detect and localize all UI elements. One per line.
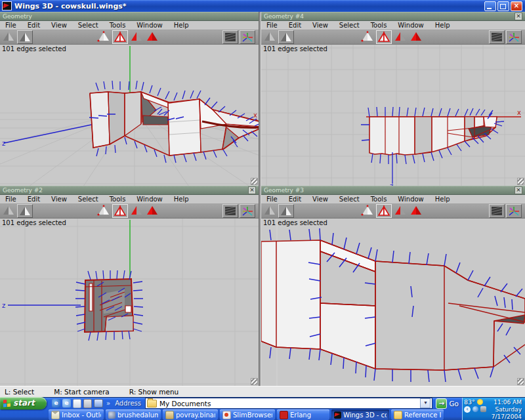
axes-toggle-icon[interactable] xyxy=(506,30,522,44)
viewport-resize-grip[interactable] xyxy=(251,378,258,385)
task-button-slimbrowser[interactable]: SlimBrowser - [Goo... xyxy=(220,410,275,420)
viewport-resize-grip[interactable] xyxy=(517,378,524,385)
address-dropdown-button[interactable]: ▾ xyxy=(420,398,430,408)
restore-button[interactable] xyxy=(497,1,509,11)
shading-toggle-icon[interactable] xyxy=(489,204,505,218)
start-button[interactable]: start xyxy=(0,397,47,410)
vertex-select-mode-icon[interactable] xyxy=(360,204,375,217)
menu-select[interactable]: Select xyxy=(334,196,366,203)
window-shortcut-icon[interactable] xyxy=(94,399,103,408)
menu-edit[interactable]: Edit xyxy=(284,196,307,203)
shading-toggle-icon[interactable] xyxy=(222,204,238,218)
menu-help[interactable]: Help xyxy=(169,22,195,30)
history-redo-icon[interactable] xyxy=(278,204,294,218)
viewport-geometry-canvas[interactable]: 101 edges selected z x xyxy=(0,45,259,186)
viewport-geometry-header[interactable]: Geometry xyxy=(0,12,259,21)
menu-select[interactable]: Select xyxy=(73,196,104,203)
history-undo-icon[interactable] xyxy=(1,204,16,217)
task-button-povray-binaries[interactable]: povray.binaries.im... xyxy=(163,410,218,420)
menu-help[interactable]: Help xyxy=(430,22,456,30)
menu-file[interactable]: File xyxy=(0,196,22,203)
menu-edit[interactable]: Edit xyxy=(284,22,307,30)
menu-tools[interactable]: Tools xyxy=(366,196,393,203)
close-viewport-icon[interactable]: × xyxy=(248,186,256,194)
menu-view[interactable]: View xyxy=(46,22,73,30)
task-button-outlook[interactable]: Inbox - Outlook Ex... xyxy=(49,410,104,420)
face-select-mode-icon[interactable] xyxy=(393,204,408,217)
viewport-geometry3-canvas[interactable]: 101 edges selected xyxy=(261,219,525,386)
utility-tray-icon[interactable] xyxy=(480,406,486,412)
close-viewport-icon[interactable]: × xyxy=(514,12,522,20)
menu-help[interactable]: Help xyxy=(169,196,195,203)
window-titlebar[interactable]: Wings 3D - cowskull.wings* × xyxy=(0,0,525,12)
menu-view[interactable]: View xyxy=(307,22,334,30)
viewport-geometry4-canvas[interactable]: 101 edges selected x xyxy=(261,45,525,186)
menu-tools[interactable]: Tools xyxy=(104,22,132,30)
history-redo-icon[interactable] xyxy=(278,30,294,44)
history-undo-icon[interactable] xyxy=(262,204,277,217)
menu-window[interactable]: Window xyxy=(392,196,429,203)
menu-help[interactable]: Help xyxy=(430,196,456,203)
viewport-geometry2-header[interactable]: Geometry #2 × xyxy=(0,186,259,195)
menu-window[interactable]: Window xyxy=(131,196,168,203)
menu-edit[interactable]: Edit xyxy=(22,22,46,30)
quick-launch-overflow-icon[interactable]: » xyxy=(106,400,110,407)
close-viewport-icon[interactable]: × xyxy=(514,186,522,194)
face-select-mode-icon[interactable] xyxy=(393,30,408,43)
viewport-geometry4-header[interactable]: Geometry #4 × xyxy=(261,12,525,21)
close-window-button[interactable]: × xyxy=(511,1,522,11)
viewport-resize-grip[interactable] xyxy=(517,178,524,185)
vertex-select-mode-icon[interactable] xyxy=(360,30,375,43)
msn-explorer-icon[interactable]: e xyxy=(62,399,71,408)
menu-file[interactable]: File xyxy=(261,196,284,203)
body-select-mode-icon[interactable] xyxy=(145,30,159,43)
vertex-select-mode-icon[interactable] xyxy=(96,30,111,43)
vertex-select-mode-icon[interactable] xyxy=(96,204,111,217)
axes-toggle-icon[interactable] xyxy=(240,30,255,44)
menu-edit[interactable]: Edit xyxy=(22,196,46,203)
edge-select-mode-icon[interactable] xyxy=(376,204,392,218)
document-shortcut-icon[interactable] xyxy=(73,399,81,408)
shading-toggle-icon[interactable] xyxy=(489,30,505,44)
menu-select[interactable]: Select xyxy=(334,22,366,30)
history-undo-icon[interactable] xyxy=(262,30,277,43)
menu-tools[interactable]: Tools xyxy=(104,196,132,203)
minimize-button[interactable] xyxy=(484,1,496,11)
go-button[interactable]: → Go xyxy=(436,398,459,409)
history-redo-icon[interactable] xyxy=(17,30,33,44)
axes-toggle-icon[interactable] xyxy=(240,204,255,218)
menu-file[interactable]: File xyxy=(261,22,284,30)
body-select-mode-icon[interactable] xyxy=(409,30,423,43)
menu-select[interactable]: Select xyxy=(73,22,104,30)
network-tray-icon[interactable] xyxy=(472,406,478,412)
task-button-reference-images[interactable]: Reference Images xyxy=(391,410,444,420)
menu-view[interactable]: View xyxy=(307,196,334,203)
edge-select-mode-icon[interactable] xyxy=(376,30,392,44)
menu-window[interactable]: Window xyxy=(131,22,168,30)
notes-shortcut-icon[interactable] xyxy=(83,399,92,408)
weather-tray-icon[interactable] xyxy=(477,399,483,405)
task-button-wings3d[interactable]: Wings 3D - cowskul... xyxy=(331,410,389,420)
task-button-erlang[interactable]: Erlang xyxy=(277,410,329,420)
face-select-mode-icon[interactable] xyxy=(129,30,144,43)
history-redo-icon[interactable] xyxy=(17,204,33,218)
history-undo-icon[interactable] xyxy=(1,30,16,43)
edge-select-mode-icon[interactable] xyxy=(112,204,128,218)
menu-window[interactable]: Window xyxy=(392,22,429,30)
task-button-brushedalum[interactable]: brushedalum.pov:li... xyxy=(106,410,161,420)
address-input[interactable]: My Documents ▾ xyxy=(145,398,432,409)
menu-view[interactable]: View xyxy=(46,196,73,203)
edge-select-mode-icon[interactable] xyxy=(112,30,128,44)
shading-toggle-icon[interactable] xyxy=(222,30,238,44)
menu-file[interactable]: File xyxy=(0,22,22,30)
internet-explorer-icon[interactable]: e xyxy=(52,399,60,408)
face-select-mode-icon[interactable] xyxy=(129,204,144,217)
menu-tools[interactable]: Tools xyxy=(366,22,393,30)
viewport-resize-grip[interactable] xyxy=(251,178,258,185)
viewport-geometry3-header[interactable]: Geometry #3 × xyxy=(261,186,525,195)
axes-toggle-icon[interactable] xyxy=(506,204,522,218)
tray-collapse-icon[interactable]: ‹ xyxy=(464,406,471,413)
body-select-mode-icon[interactable] xyxy=(409,204,423,217)
viewport-geometry2-canvas[interactable]: 101 edges selected z xyxy=(0,219,259,386)
body-select-mode-icon[interactable] xyxy=(145,204,159,217)
